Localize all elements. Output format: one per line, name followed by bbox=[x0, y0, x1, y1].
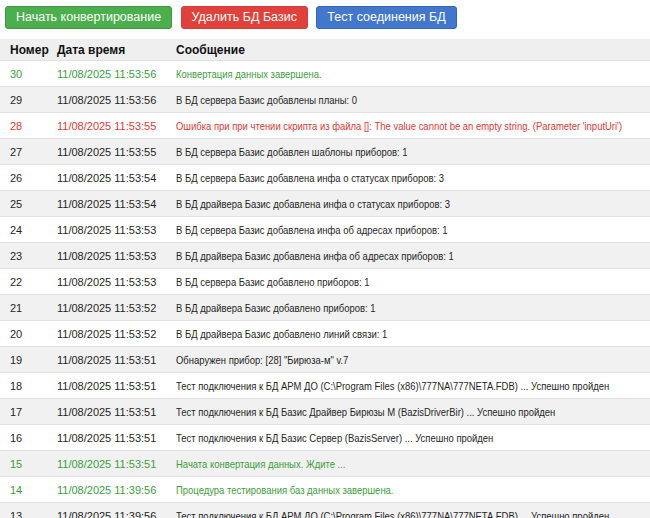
row-number: 24 bbox=[0, 217, 57, 243]
row-datetime: 11/08/2025 11:53:51 bbox=[57, 425, 176, 451]
table-row: 28 11/08/2025 11:53:55 Ошибка при при чт… bbox=[0, 113, 650, 139]
row-datetime: 11/08/2025 11:53:53 bbox=[57, 217, 176, 243]
table-row: 18 11/08/2025 11:53:51 Тест подключения … bbox=[0, 373, 650, 399]
row-datetime: 11/08/2025 11:53:51 bbox=[57, 399, 176, 425]
row-message: Конвертация данных завершена. bbox=[176, 61, 650, 87]
log-table-body: 30 11/08/2025 11:53:56 Конвертация данны… bbox=[0, 61, 650, 518]
row-message: В БД сервера Базис добавлена инфа об адр… bbox=[176, 217, 650, 243]
row-message: Обнаружен прибор: [28] "Бирюза-м" v.7 bbox=[176, 347, 650, 373]
row-message: Ошибка при при чтении скрипта из файла [… bbox=[176, 113, 650, 139]
row-number: 13 bbox=[0, 503, 57, 518]
row-number: 25 bbox=[0, 191, 57, 217]
row-datetime: 11/08/2025 11:53:51 bbox=[57, 373, 176, 399]
row-message: В БД драйвера Базис добавлено линий связ… bbox=[176, 321, 650, 347]
row-datetime: 11/08/2025 11:53:51 bbox=[57, 451, 176, 477]
row-message: Процедура тестирования баз данных заверш… bbox=[176, 477, 650, 503]
row-message: В БД сервера Базис добавлено приборов: 1 bbox=[176, 269, 650, 295]
table-row: 19 11/08/2025 11:53:51 Обнаружен прибор:… bbox=[0, 347, 650, 373]
table-row: 16 11/08/2025 11:53:51 Тест подключения … bbox=[0, 425, 650, 451]
row-datetime: 11/08/2025 11:53:51 bbox=[57, 347, 176, 373]
row-number: 20 bbox=[0, 321, 57, 347]
row-datetime: 11/08/2025 11:39:56 bbox=[57, 503, 176, 518]
row-message: Тест подключения к БД АРМ ДО (C:\Program… bbox=[176, 373, 650, 399]
table-row: 25 11/08/2025 11:53:54 В БД драйвера Баз… bbox=[0, 191, 650, 217]
row-datetime: 11/08/2025 11:53:53 bbox=[57, 269, 176, 295]
row-number: 19 bbox=[0, 347, 57, 373]
row-datetime: 11/08/2025 11:53:56 bbox=[57, 61, 176, 87]
row-datetime: 11/08/2025 11:53:53 bbox=[57, 243, 176, 269]
row-number: 14 bbox=[0, 477, 57, 503]
row-number: 15 bbox=[0, 451, 57, 477]
row-datetime: 11/08/2025 11:53:55 bbox=[57, 139, 176, 165]
row-datetime: 11/08/2025 11:53:52 bbox=[57, 321, 176, 347]
table-row: 17 11/08/2025 11:53:51 Тест подключения … bbox=[0, 399, 650, 425]
column-header-number: Номер bbox=[0, 39, 57, 61]
row-datetime: 11/08/2025 11:53:54 bbox=[57, 191, 176, 217]
table-row: 13 11/08/2025 11:39:56 Тест подключения … bbox=[0, 503, 650, 518]
row-number: 26 bbox=[0, 165, 57, 191]
row-message: В БД драйвера Базис добавлена инфа об ад… bbox=[176, 243, 650, 269]
row-message: Тест подключения к БД АРМ ДО (C:\Program… bbox=[176, 503, 650, 518]
table-row: 22 11/08/2025 11:53:53 В БД сервера Бази… bbox=[0, 269, 650, 295]
start-conversion-button[interactable]: Начать конвертирование bbox=[5, 6, 172, 29]
log-table: Номер Дата время Сообщение 30 11/08/2025… bbox=[0, 39, 650, 518]
table-row: 24 11/08/2025 11:53:53 В БД сервера Бази… bbox=[0, 217, 650, 243]
row-message: В БД драйвера Базис добавлена инфа о ста… bbox=[176, 191, 650, 217]
table-row: 26 11/08/2025 11:53:54 В БД сервера Бази… bbox=[0, 165, 650, 191]
row-message: В БД сервера Базис добавлена инфа о стат… bbox=[176, 165, 650, 191]
row-number: 17 bbox=[0, 399, 57, 425]
table-row: 14 11/08/2025 11:39:56 Процедура тестиро… bbox=[0, 477, 650, 503]
row-datetime: 11/08/2025 11:53:54 bbox=[57, 165, 176, 191]
table-row: 15 11/08/2025 11:53:51 Начата конвертаци… bbox=[0, 451, 650, 477]
row-number: 21 bbox=[0, 295, 57, 321]
table-row: 27 11/08/2025 11:53:55 В БД сервера Бази… bbox=[0, 139, 650, 165]
delete-db-button[interactable]: Удалить БД Базис bbox=[181, 6, 308, 29]
table-row: 20 11/08/2025 11:53:52 В БД драйвера Баз… bbox=[0, 321, 650, 347]
row-number: 23 bbox=[0, 243, 57, 269]
row-message: В БД драйвера Базис добавлено приборов: … bbox=[176, 295, 650, 321]
log-table-header: Номер Дата время Сообщение bbox=[0, 39, 650, 61]
row-message: Тест подключения к БД Базис Драйвер Бирю… bbox=[176, 399, 650, 425]
row-datetime: 11/08/2025 11:53:56 bbox=[57, 87, 176, 113]
row-datetime: 11/08/2025 11:53:55 bbox=[57, 113, 176, 139]
table-row: 30 11/08/2025 11:53:56 Конвертация данны… bbox=[0, 61, 650, 87]
table-row: 29 11/08/2025 11:53:56 В БД сервера Бази… bbox=[0, 87, 650, 113]
table-row: 21 11/08/2025 11:53:52 В БД драйвера Баз… bbox=[0, 295, 650, 321]
row-message: Начата конвертация данных. Ждите ... bbox=[176, 451, 650, 477]
row-message: В БД сервера Базис добавлены планы: 0 bbox=[176, 87, 650, 113]
column-header-message: Сообщение bbox=[176, 39, 650, 61]
row-number: 28 bbox=[0, 113, 57, 139]
row-number: 29 bbox=[0, 87, 57, 113]
table-row: 23 11/08/2025 11:53:53 В БД драйвера Баз… bbox=[0, 243, 650, 269]
column-header-datetime: Дата время bbox=[57, 39, 176, 61]
toolbar: Начать конвертирование Удалить БД Базис … bbox=[0, 0, 650, 30]
row-datetime: 11/08/2025 11:53:52 bbox=[57, 295, 176, 321]
row-number: 22 bbox=[0, 269, 57, 295]
row-message: Тест подключения к БД Базис Сервер (Bazi… bbox=[176, 425, 650, 451]
test-connection-button[interactable]: Тест соединения БД bbox=[316, 6, 456, 29]
row-number: 18 bbox=[0, 373, 57, 399]
row-number: 30 bbox=[0, 61, 57, 87]
row-message: В БД сервера Базис добавлен шаблоны приб… bbox=[176, 139, 650, 165]
row-datetime: 11/08/2025 11:39:56 bbox=[57, 477, 176, 503]
row-number: 16 bbox=[0, 425, 57, 451]
row-number: 27 bbox=[0, 139, 57, 165]
